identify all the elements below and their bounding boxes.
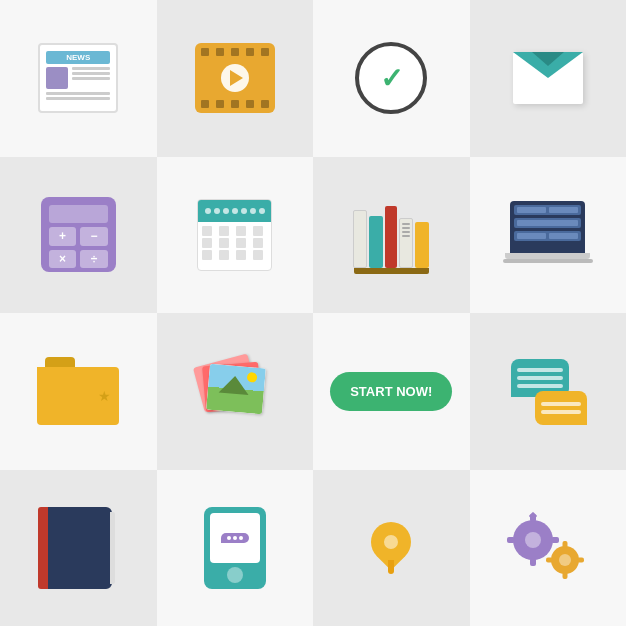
chat-bubble-yellow: [535, 391, 587, 425]
folder-tab: [45, 357, 75, 367]
calc-divide: ÷: [80, 250, 108, 269]
svg-rect-13: [577, 557, 584, 562]
cell-laptop: [470, 157, 627, 314]
svg-point-1: [525, 532, 541, 548]
book-lined: [399, 218, 413, 268]
film-cell: [231, 48, 239, 56]
news-line-1: [72, 67, 110, 70]
chat-line-y2: [541, 410, 581, 414]
laptop-block: [517, 207, 546, 213]
pin-tail: [388, 560, 394, 574]
phone-dot-2: [233, 536, 237, 540]
location-icon: [355, 512, 427, 584]
film-cell: [246, 48, 254, 56]
laptop-block: [549, 233, 578, 239]
phone-dot-3: [239, 536, 243, 540]
notebook-pages: [110, 512, 115, 584]
video-icon: [195, 43, 275, 113]
cell-books: [313, 157, 470, 314]
news-line-5: [46, 97, 110, 100]
chat-line-y1: [541, 402, 581, 406]
cell-chat: [470, 313, 627, 470]
news-bottom: [46, 92, 110, 100]
check-symbol: [375, 62, 407, 94]
books-base: [354, 268, 429, 274]
mail-arrow-icon: [532, 52, 564, 66]
svg-rect-12: [546, 557, 553, 562]
calculator-icon: + − × ÷: [41, 197, 116, 272]
cell-location: [313, 470, 470, 627]
play-button[interactable]: [221, 64, 249, 92]
photos-icon: [194, 352, 276, 430]
laptop-block: [517, 220, 578, 226]
cal-cell: [219, 226, 229, 236]
cal-cell: [219, 238, 229, 248]
start-now-button[interactable]: START NOW!: [330, 372, 452, 411]
cell-phone: [157, 470, 314, 627]
chat-line-2: [517, 376, 563, 380]
cal-dot-5: [241, 208, 247, 214]
chat-line-1: [517, 368, 563, 372]
cal-cell: [202, 226, 212, 236]
svg-rect-4: [507, 537, 515, 543]
cal-cell: [236, 250, 246, 260]
film-cell: [216, 48, 224, 56]
svg-point-9: [559, 554, 571, 566]
phone-home-button: [227, 567, 243, 583]
checkmark-icon: [355, 42, 427, 114]
film-cell: [231, 100, 239, 108]
folder-body: ★: [37, 367, 119, 425]
phone-icon: [204, 507, 266, 589]
phone-chat-bubble: [221, 533, 249, 543]
gears-svg: [507, 512, 589, 584]
calc-minus: −: [80, 227, 108, 246]
books-row: [353, 196, 429, 268]
news-line-4: [46, 92, 110, 95]
cal-cell: [253, 226, 263, 236]
notebook-spine: [38, 507, 48, 589]
cell-folder: ★: [0, 313, 157, 470]
folder-star-icon: ★: [98, 388, 111, 404]
laptop-screen: [510, 201, 585, 253]
calendar-grid: [198, 222, 271, 264]
calc-times: ×: [49, 250, 77, 269]
chat-icon: [507, 355, 589, 427]
cal-cell: [202, 250, 212, 260]
laptop-row-2: [514, 218, 581, 228]
cal-cell: [219, 250, 229, 260]
cell-mail: [470, 0, 627, 157]
cal-cell: [253, 238, 263, 248]
chat-line-3: [517, 384, 563, 388]
laptop-block: [517, 233, 546, 239]
laptop-block: [549, 207, 578, 213]
cal-cell: [253, 250, 263, 260]
mail-body: [513, 52, 583, 104]
laptop-icon: [505, 201, 590, 269]
cell-photos: [157, 313, 314, 470]
cal-dot-4: [232, 208, 238, 214]
news-text-area: [72, 67, 110, 89]
cal-cell: [202, 238, 212, 248]
news-line-3: [72, 77, 110, 80]
news-header-label: NEWS: [46, 51, 110, 64]
notebook-icon: [44, 507, 112, 589]
phone-screen: [210, 513, 260, 563]
book-teal: [369, 216, 383, 268]
gears-icon: [507, 512, 589, 584]
news-icon: NEWS: [38, 43, 118, 113]
film-row-bottom: [195, 100, 275, 108]
calendar-header: [198, 200, 271, 222]
photo-card-front: [206, 364, 266, 415]
calendar-icon: [197, 199, 272, 271]
laptop-foot: [503, 259, 593, 263]
film-cell: [261, 100, 269, 108]
cal-cell: [236, 226, 246, 236]
book-yellow: [415, 222, 429, 268]
film-cell: [261, 48, 269, 56]
laptop-row-1: [514, 205, 581, 215]
calc-plus: +: [49, 227, 77, 246]
svg-rect-10: [562, 541, 567, 548]
cal-dot-1: [205, 208, 211, 214]
svg-rect-11: [562, 572, 567, 579]
cell-calculator: + − × ÷: [0, 157, 157, 314]
